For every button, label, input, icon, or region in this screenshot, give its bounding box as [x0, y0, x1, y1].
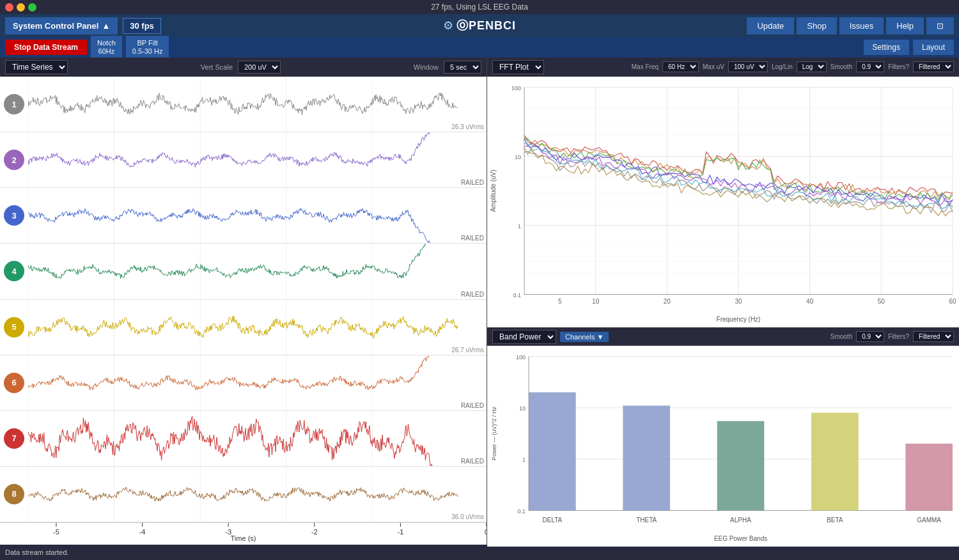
channels-button[interactable]: Channels ▼ [560, 332, 609, 342]
smooth-label-band: Smooth [830, 333, 852, 340]
logo-area: ⚙ ⓞPENBCI [443, 18, 516, 33]
channel-num-3[interactable]: 3 [4, 205, 24, 226]
time-series-select[interactable]: Time Series [5, 60, 68, 74]
svg-text:EEG Power Bands: EEG Power Bands [714, 535, 767, 542]
channel-row-8: 836.0 uVrms [0, 467, 487, 522]
channel-row-6: 6RAILED [0, 355, 487, 411]
channel-waveform-1 [28, 77, 458, 132]
channel-canvas-5: 26.7 uVrms [28, 300, 487, 355]
svg-rect-62 [623, 406, 670, 511]
fps-badge: 30 fps [123, 18, 161, 34]
filters-label-band: Filters? [888, 333, 909, 340]
svg-text:0: 0 [485, 528, 487, 536]
vert-scale-label: Vert Scale [201, 63, 233, 71]
channel-canvas-2: RAILED [28, 132, 487, 187]
channel-label-2: RAILED [461, 179, 484, 186]
chevron-up-icon: ▲ [102, 21, 110, 31]
filters-select-band[interactable]: Filtered [913, 331, 954, 342]
close-icon[interactable] [5, 3, 13, 12]
channel-num-1[interactable]: 1 [4, 94, 24, 114]
smooth-select-band[interactable]: 0.9 [856, 331, 884, 342]
svg-text:10: 10 [592, 298, 600, 305]
band-chart-svg: 0.1110100Power — (uV)^2 / HzEEG Power Ba… [487, 346, 959, 547]
channel-waveform-2 [28, 132, 458, 187]
log-lin-select[interactable]: Log [797, 61, 827, 72]
window-select[interactable]: 5 sec [444, 61, 481, 74]
channel-num-8[interactable]: 8 [4, 484, 24, 504]
channel-canvas-8: 36.0 uVrms [28, 467, 487, 522]
channel-num-6[interactable]: 6 [4, 373, 24, 393]
channel-num-5[interactable]: 5 [4, 317, 24, 338]
shop-button[interactable]: Shop [797, 17, 836, 35]
logo-text: ⓞPENBCI [456, 18, 516, 33]
bp-filter-button[interactable]: BP Filt0.5-30 Hz [126, 36, 169, 59]
max-freq-select[interactable]: 60 Hz [662, 61, 699, 72]
settings-button[interactable]: Settings [864, 40, 909, 55]
help-button[interactable]: Help [886, 17, 924, 35]
system-control-panel-button[interactable]: System Control Panel ▲ [5, 17, 118, 35]
channel-waveform-6 [28, 355, 458, 410]
svg-text:30: 30 [735, 298, 742, 305]
control-bar-left: System Control Panel ▲ 30 fps [5, 17, 740, 35]
stop-data-stream-button[interactable]: Stop Data Stream [5, 40, 87, 55]
x-axis-label: Time (s) [231, 534, 256, 542]
channel-canvas-3: RAILED [28, 188, 487, 243]
maximize-icon[interactable] [28, 3, 36, 12]
channel-label-3: RAILED [461, 235, 484, 242]
fft-chart-svg: 0.11101001020304050605Amplitude (uV)Freq… [487, 77, 959, 327]
channel-label-6: RAILED [461, 402, 484, 409]
channel-num-2[interactable]: 2 [4, 150, 24, 170]
svg-rect-66 [811, 413, 859, 511]
vert-scale-select[interactable]: 200 uV [238, 61, 281, 74]
svg-rect-64 [717, 421, 765, 511]
title-bar: 27 fps, Using LSL EEG Data [0, 0, 959, 14]
channel-num-7[interactable]: 7 [4, 428, 24, 449]
svg-text:-2: -2 [311, 528, 318, 536]
fft-chart: 0.11101001020304050605Amplitude (uV)Freq… [487, 77, 959, 327]
svg-text:Frequency (Hz): Frequency (Hz) [717, 316, 761, 323]
channel-waveform-3 [28, 188, 458, 243]
svg-text:1: 1 [522, 456, 526, 463]
filters-select-fft[interactable]: Filtered [913, 61, 954, 72]
svg-text:ALPHA: ALPHA [730, 517, 751, 524]
x-axis: -5-4-3-2-10 Time (s) [0, 522, 487, 545]
fft-header: FFT Plot Max Freq 60 Hz Max uV 100 uV Lo… [487, 58, 959, 77]
svg-text:100: 100 [516, 354, 526, 361]
channel-canvas-7: RAILED [28, 411, 487, 466]
fft-controls: Max Freq 60 Hz Max uV 100 uV Log/Lin Log… [632, 61, 954, 72]
window-button[interactable]: ⊡ [926, 17, 954, 35]
max-uv-select[interactable]: 100 uV [728, 61, 768, 72]
right-panel: FFT Plot Max Freq 60 Hz Max uV 100 uV Lo… [487, 58, 959, 545]
channel-label-5: 26.7 uVrms [451, 346, 484, 354]
channel-row-4: 4RAILED [0, 244, 487, 299]
svg-text:-5: -5 [53, 528, 59, 536]
svg-text:THETA: THETA [636, 517, 657, 524]
traffic-lights [5, 3, 36, 12]
band-power-select[interactable]: Band Power [492, 330, 556, 344]
svg-rect-68 [905, 444, 953, 511]
svg-rect-60 [529, 393, 576, 511]
fft-select[interactable]: FFT Plot [492, 60, 544, 74]
band-power-panel: Band Power Channels ▼ Smooth 0.9 Filters… [487, 328, 959, 547]
svg-text:1: 1 [518, 223, 521, 229]
filters-label-fft: Filters? [888, 63, 909, 70]
channel-row-1: 126.3 uVrms [0, 77, 487, 132]
second-bar: Stop Data Stream Notch60Hz BP Filt0.5-30… [0, 37, 959, 58]
layout-button[interactable]: Layout [913, 40, 954, 55]
channel-waveform-8 [28, 467, 458, 522]
channel-waveform-4 [28, 244, 458, 299]
svg-text:0.1: 0.1 [517, 508, 526, 515]
update-button[interactable]: Update [747, 17, 794, 35]
notch-filter-button[interactable]: Notch60Hz [91, 36, 122, 59]
log-lin-label: Log/Lin [772, 63, 793, 70]
smooth-select-fft[interactable]: 0.9 [856, 61, 884, 72]
svg-rect-12 [487, 78, 959, 327]
issues-button[interactable]: Issues [839, 17, 884, 35]
time-series-panel: Time Series Vert Scale 200 uV Window 5 s… [0, 58, 487, 545]
minimize-icon[interactable] [17, 3, 25, 12]
channel-num-4[interactable]: 4 [4, 261, 24, 281]
svg-text:60: 60 [949, 298, 956, 305]
fps-info: 27 fps, Using LSL EEG Data [431, 3, 528, 12]
svg-text:GAMMA: GAMMA [917, 517, 941, 524]
openbci-logo-icon: ⚙ [443, 19, 453, 33]
